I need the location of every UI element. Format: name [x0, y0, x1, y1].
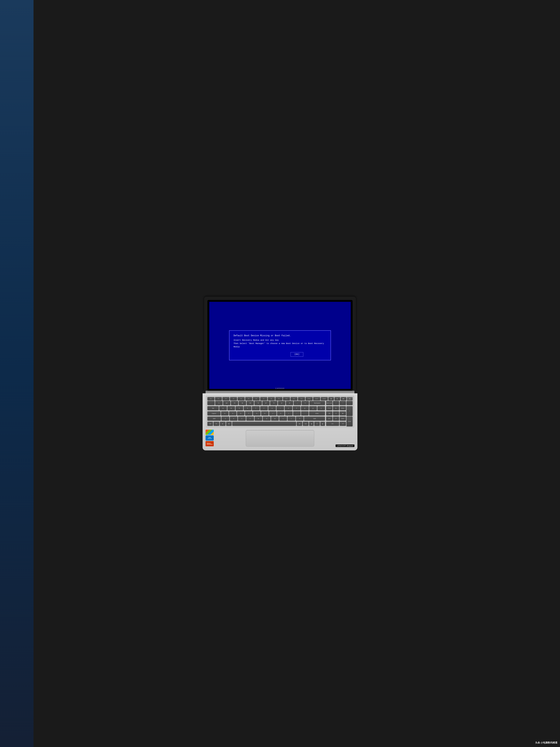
key-insert[interactable]: Insert: [313, 397, 320, 401]
key-num-0[interactable]: 0Ins: [326, 422, 339, 426]
key-o[interactable]: O: [285, 406, 292, 410]
key-d[interactable]: D: [237, 411, 244, 415]
key-power[interactable]: ⏻: [347, 397, 353, 401]
key-capslock[interactable]: CapsLk: [207, 411, 220, 415]
key-j[interactable]: J: [269, 411, 276, 415]
key-f12[interactable]: F12: [298, 397, 305, 401]
key-f2[interactable]: F2: [222, 397, 230, 401]
key-num-1[interactable]: 1End: [326, 416, 332, 420]
key-v[interactable]: V: [246, 416, 254, 420]
key-c[interactable]: C: [238, 416, 246, 420]
key-f6[interactable]: F6: [253, 397, 260, 401]
key-num-minus[interactable]: -: [346, 401, 353, 405]
key-f9[interactable]: F9: [275, 397, 283, 401]
key-8[interactable]: *8: [270, 401, 277, 405]
key-g[interactable]: G: [253, 411, 260, 415]
key-slash[interactable]: ?/: [296, 416, 304, 420]
key-prev[interactable]: ◀◀: [328, 397, 334, 401]
key-m[interactable]: M: [271, 416, 279, 420]
key-f4[interactable]: F4: [238, 397, 245, 401]
key-7[interactable]: &7: [262, 401, 270, 405]
key-l[interactable]: L: [285, 411, 292, 415]
key-num-2[interactable]: 2▼: [333, 416, 339, 420]
key-u[interactable]: U: [268, 406, 276, 410]
key-0[interactable]: )0: [286, 401, 293, 405]
key-right[interactable]: ▶: [320, 422, 325, 426]
key-k[interactable]: K: [277, 411, 285, 415]
key-comma[interactable]: <,: [279, 416, 287, 420]
key-up-down[interactable]: ▲▼: [314, 422, 320, 426]
key-shift-right[interactable]: Shift: [304, 416, 325, 420]
key-t[interactable]: T: [252, 406, 260, 410]
key-fn[interactable]: Fn: [214, 422, 219, 426]
key-rbracket[interactable]: ]}: [309, 406, 317, 410]
key-lbracket[interactable]: [{: [301, 406, 309, 410]
key-num-plus[interactable]: +: [346, 406, 353, 416]
key-shift-left[interactable]: Shift: [207, 416, 221, 420]
key-alt-left[interactable]: Alt: [226, 422, 232, 426]
key-num-8[interactable]: 8▲: [333, 406, 339, 410]
key-x[interactable]: X: [230, 416, 238, 420]
key-num-7[interactable]: 7Home: [326, 406, 332, 410]
key-f7[interactable]: F7: [260, 397, 267, 401]
key-b[interactable]: B: [255, 416, 262, 420]
key-space[interactable]: [232, 422, 296, 426]
key-num-4[interactable]: 4◀: [326, 411, 332, 415]
key-num-enter[interactable]: Enter: [346, 416, 353, 426]
key-tab[interactable]: Tab: [207, 406, 219, 410]
key-playpause[interactable]: ▶: [335, 397, 340, 401]
key-left[interactable]: ◀: [309, 422, 314, 426]
key-a[interactable]: A: [221, 411, 229, 415]
key-f1[interactable]: F1: [215, 397, 222, 401]
key-6[interactable]: ^6: [255, 401, 262, 405]
key-ctrl-left[interactable]: Ctrl: [207, 422, 213, 426]
key-n[interactable]: N: [263, 416, 271, 420]
key-backtick[interactable]: ~`: [207, 401, 215, 405]
key-f5[interactable]: F5: [245, 397, 252, 401]
key-w[interactable]: W: [228, 406, 235, 410]
key-9[interactable]: (9: [278, 401, 285, 405]
key-y[interactable]: Y: [260, 406, 268, 410]
key-period[interactable]: >.: [288, 416, 295, 420]
ok-button[interactable]: [Ok]: [291, 352, 303, 357]
key-i[interactable]: I: [276, 406, 284, 410]
key-alt-right[interactable]: Alt: [297, 422, 302, 426]
key-1[interactable]: !1: [215, 401, 222, 405]
key-5[interactable]: %5: [247, 401, 254, 405]
touchpad[interactable]: [246, 430, 314, 447]
key-delete[interactable]: Delete: [321, 397, 328, 401]
key-z[interactable]: Z: [221, 416, 229, 420]
key-3[interactable]: #3: [231, 401, 238, 405]
key-quote[interactable]: ': [301, 411, 309, 415]
key-h[interactable]: H: [261, 411, 268, 415]
key-f8[interactable]: F8: [268, 397, 275, 401]
key-num-6[interactable]: 6▶: [340, 411, 346, 415]
key-2[interactable]: @2: [223, 401, 230, 405]
key-numlock[interactable]: Num Lock: [326, 401, 332, 405]
key-semicolon[interactable]: ;:: [293, 411, 300, 415]
key-f3[interactable]: F3: [230, 397, 237, 401]
key-ctrl-right[interactable]: Ctrl: [303, 422, 309, 426]
key-equals[interactable]: +=: [302, 401, 309, 405]
key-enter[interactable]: Enter: [309, 411, 325, 415]
key-num-asterisk[interactable]: *: [340, 401, 346, 405]
key-minus[interactable]: _-: [294, 401, 301, 405]
key-f10[interactable]: F10: [283, 397, 290, 401]
key-num-slash[interactable]: /: [333, 401, 339, 405]
key-win[interactable]: ⊞: [220, 422, 225, 426]
key-q[interactable]: Q: [219, 406, 227, 410]
key-num-3[interactable]: 3PgDn: [340, 416, 346, 420]
key-next[interactable]: ▶▶: [341, 397, 346, 401]
key-backslash[interactable]: |\: [317, 406, 325, 410]
key-num-dot[interactable]: .Del: [340, 422, 346, 426]
key-f[interactable]: F: [245, 411, 252, 415]
key-4[interactable]: $4: [239, 401, 246, 405]
key-s[interactable]: S: [229, 411, 237, 415]
key-backspace[interactable]: Backspace: [310, 401, 325, 405]
key-e[interactable]: E: [236, 406, 243, 410]
key-num-5[interactable]: 5: [333, 411, 339, 415]
key-prtsc[interactable]: PrtSc: [305, 397, 313, 401]
key-r[interactable]: R: [244, 406, 251, 410]
key-esc[interactable]: Esc: [207, 397, 214, 401]
key-p[interactable]: P: [293, 406, 300, 410]
